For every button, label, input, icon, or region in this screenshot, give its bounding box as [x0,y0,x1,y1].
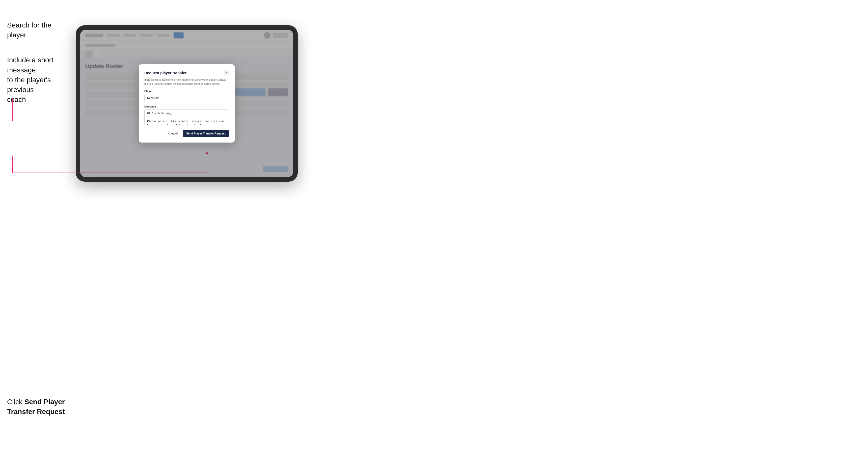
annotation-send: Click Send Player Transfer Request [7,397,73,416]
modal-description: If the player is transferring from anoth… [144,78,229,86]
player-label: Player [144,90,229,93]
request-transfer-modal: Request player transfer ✕ If the player … [139,64,235,143]
message-label: Message [144,105,229,108]
annotation-send-text: Click Send Player Transfer Request [7,397,73,416]
annotation-message-text: Include a short message to the player's … [7,55,73,104]
annotation-search: Search for the player. Include a short m… [7,20,73,104]
player-input[interactable] [144,94,229,102]
modal-overlay: Request player transfer ✕ If the player … [80,30,293,177]
send-transfer-request-button[interactable]: Send Player Transfer Request [183,130,229,137]
modal-close-button[interactable]: ✕ [223,70,229,75]
modal-header: Request player transfer ✕ [144,70,229,75]
tablet-frame: Update Roster Request player transfer ✕ [76,25,298,182]
annotation-search-text: Search for the player. [7,20,73,40]
modal-footer: Cancel Send Player Transfer Request [144,130,229,137]
modal-title: Request player transfer [144,71,187,75]
message-textarea[interactable]: Hi Coach McHarg, Please accept this tran… [144,109,229,125]
cancel-button[interactable]: Cancel [166,130,180,137]
tablet-screen: Update Roster Request player transfer ✕ [80,30,293,177]
